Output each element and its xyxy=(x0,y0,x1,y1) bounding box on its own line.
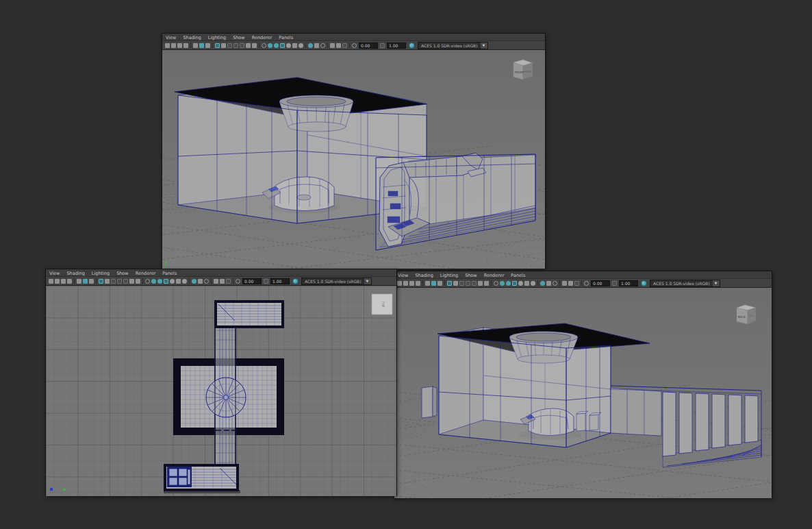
multisample-aa-icon[interactable] xyxy=(198,279,203,284)
menu-show[interactable]: Show xyxy=(116,271,129,276)
view-cube[interactable]: BACK LEFT xyxy=(737,305,756,324)
colorspace-dropdown[interactable]: ACES 1.0 SDR-video (sRGB) ▼ xyxy=(301,278,372,285)
menu-show[interactable]: Show xyxy=(233,35,245,40)
menu-lighting[interactable]: Lighting xyxy=(440,273,458,278)
depth-of-field-icon[interactable] xyxy=(320,43,325,48)
exposure-icon[interactable] xyxy=(584,281,589,286)
shadows-icon[interactable] xyxy=(176,279,181,284)
couch-top-mesh[interactable] xyxy=(167,467,192,487)
motion-blur-icon[interactable] xyxy=(192,279,196,284)
menu-view[interactable]: View xyxy=(398,273,408,278)
textured-icon[interactable] xyxy=(164,279,168,284)
viewport-canvas-perspective-front[interactable]: FRONT RIGHT xyxy=(162,50,545,269)
shaded-icon[interactable] xyxy=(500,281,505,286)
menu-lighting[interactable]: Lighting xyxy=(208,35,226,40)
wireframe-on-shaded-icon[interactable] xyxy=(157,279,162,284)
isolate-select-icon[interactable] xyxy=(330,43,335,48)
view-transform-icon[interactable] xyxy=(641,280,647,286)
wireframe-icon[interactable] xyxy=(145,279,150,284)
grease-pencil-icon[interactable] xyxy=(205,43,210,48)
menu-lighting[interactable]: Lighting xyxy=(92,271,110,276)
room-front-walls[interactable] xyxy=(439,336,611,447)
screen-space-ao-icon[interactable] xyxy=(531,281,535,286)
menu-view[interactable]: View xyxy=(49,271,60,276)
safe-action-icon[interactable] xyxy=(478,281,483,286)
pan-zoom-icon[interactable] xyxy=(83,279,88,284)
camera-attributes-icon[interactable] xyxy=(177,43,182,48)
resolution-gate-icon[interactable] xyxy=(111,279,116,284)
view-cube-top-label[interactable]: TOP xyxy=(381,300,385,307)
view-cube[interactable]: FRONT RIGHT xyxy=(513,60,533,79)
select-camera-icon[interactable] xyxy=(165,43,170,48)
grid-icon[interactable] xyxy=(447,281,452,286)
bookmarks-icon[interactable] xyxy=(183,43,188,48)
view-cube[interactable]: TOP xyxy=(372,294,392,315)
field-chart-icon[interactable] xyxy=(123,279,128,284)
view-cube-side-label[interactable]: LEFT xyxy=(749,315,754,317)
camera-attributes-icon[interactable] xyxy=(409,281,414,286)
gate-mask-icon[interactable] xyxy=(466,281,470,286)
image-plane-icon[interactable] xyxy=(193,43,198,48)
use-all-lights-icon[interactable] xyxy=(518,281,523,286)
menu-renderer[interactable]: Renderer xyxy=(252,35,272,40)
gamma-icon[interactable] xyxy=(380,43,385,48)
safe-action-icon[interactable] xyxy=(246,43,251,48)
bookmarks-icon[interactable] xyxy=(416,281,420,286)
depth-of-field-icon[interactable] xyxy=(204,279,209,284)
film-gate-icon[interactable] xyxy=(453,281,458,286)
x-ray-icon[interactable] xyxy=(220,279,225,284)
depth-of-field-icon[interactable] xyxy=(553,281,557,286)
wireframe-icon[interactable] xyxy=(262,43,266,48)
connecting-wall-mesh[interactable] xyxy=(611,388,661,436)
exposure-icon[interactable] xyxy=(236,279,240,284)
viewport-canvas-perspective-back[interactable]: BACK LEFT xyxy=(394,288,772,498)
x-ray-icon[interactable] xyxy=(336,43,341,48)
grease-pencil-icon[interactable] xyxy=(437,281,442,286)
field-chart-icon[interactable] xyxy=(472,281,477,286)
safe-title-icon[interactable] xyxy=(136,279,140,284)
menu-show[interactable]: Show xyxy=(465,273,477,278)
screen-space-ao-icon[interactable] xyxy=(182,279,187,284)
view-transform-icon[interactable] xyxy=(409,42,415,49)
menu-panels[interactable]: Panels xyxy=(511,273,525,278)
isolate-select-icon[interactable] xyxy=(562,281,567,286)
lighting-mode-icon[interactable] xyxy=(574,281,579,286)
menu-shading[interactable]: Shading xyxy=(66,271,84,276)
wireframe-icon[interactable] xyxy=(494,281,498,286)
exposure-field[interactable]: 0.00 xyxy=(591,280,610,286)
exposure-icon[interactable] xyxy=(352,43,357,48)
camera-attributes-icon[interactable] xyxy=(61,279,66,284)
safe-title-icon[interactable] xyxy=(252,43,257,48)
shadows-icon[interactable] xyxy=(292,43,297,48)
film-gate-icon[interactable] xyxy=(105,279,110,284)
gamma-field[interactable]: 1.00 xyxy=(619,280,638,286)
menu-renderer[interactable]: Renderer xyxy=(484,273,505,278)
use-all-lights-icon[interactable] xyxy=(170,279,175,284)
colorspace-dropdown[interactable]: ACES 1.0 SDR-video (sRGB) ▼ xyxy=(418,42,488,49)
motion-blur-icon[interactable] xyxy=(308,43,313,48)
field-chart-icon[interactable] xyxy=(240,43,244,48)
menu-shading[interactable]: Shading xyxy=(415,273,433,278)
lock-camera-icon[interactable] xyxy=(403,281,408,286)
gamma-icon[interactable] xyxy=(612,281,617,286)
bookmarks-icon[interactable] xyxy=(67,279,72,284)
view-cube-side-label[interactable]: RIGHT xyxy=(524,71,533,73)
select-camera-icon[interactable] xyxy=(397,281,402,286)
menu-view[interactable]: View xyxy=(166,35,176,40)
colorspace-dropdown[interactable]: ACES 1.0 SDR-video (sRGB) ▼ xyxy=(650,280,720,287)
menu-shading[interactable]: Shading xyxy=(183,35,201,40)
exposure-field[interactable]: 0.00 xyxy=(242,278,262,284)
grease-pencil-icon[interactable] xyxy=(89,279,94,284)
isolate-select-icon[interactable] xyxy=(214,279,218,284)
wireframe-on-shaded-icon[interactable] xyxy=(506,281,511,286)
shaded-icon[interactable] xyxy=(151,279,156,284)
view-cube-front-label[interactable]: BACK xyxy=(738,315,746,319)
lower-corridor-mesh[interactable] xyxy=(164,464,240,493)
resolution-gate-icon[interactable] xyxy=(459,281,464,286)
menu-renderer[interactable]: Renderer xyxy=(136,271,156,276)
textured-icon[interactable] xyxy=(280,43,285,48)
exposure-field[interactable]: 0.00 xyxy=(359,42,378,49)
use-all-lights-icon[interactable] xyxy=(286,43,291,48)
grid-icon[interactable] xyxy=(99,279,103,284)
lighting-mode-icon[interactable] xyxy=(226,279,231,284)
